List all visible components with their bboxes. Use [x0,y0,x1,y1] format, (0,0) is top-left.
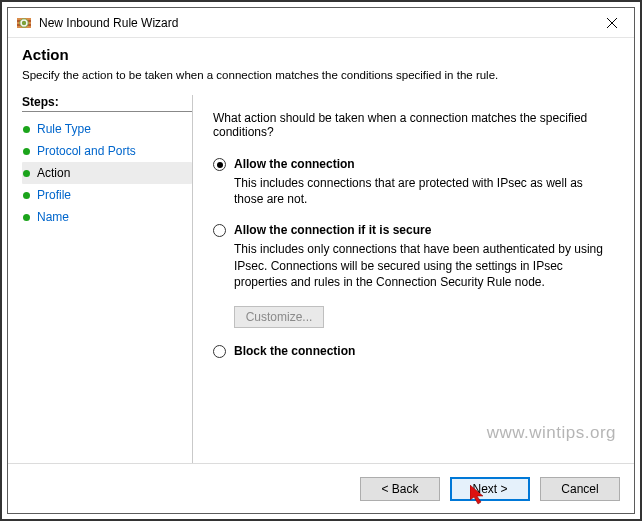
firewall-icon [16,15,32,31]
step-label: Rule Type [37,122,91,136]
step-rule-type[interactable]: Rule Type [22,118,192,140]
wizard-window: New Inbound Rule Wizard Action Specify t… [7,7,635,514]
header: Action Specify the action to be taken wh… [8,38,634,87]
page-heading: Action [22,46,620,63]
option-label: Allow the connection [234,157,355,171]
next-button[interactable]: Next > [450,477,530,501]
radio-icon[interactable] [213,345,226,358]
bullet-icon [23,170,30,177]
bullet-icon [23,148,30,155]
step-label: Protocol and Ports [37,144,136,158]
window-title: New Inbound Rule Wizard [39,16,592,30]
option-block[interactable]: Block the connection [213,344,610,358]
option-label: Block the connection [234,344,355,358]
svg-point-5 [22,20,26,24]
page-subtitle: Specify the action to be taken when a co… [22,69,620,81]
step-label: Action [37,166,70,180]
option-allow[interactable]: Allow the connection [213,157,610,171]
radio-icon[interactable] [213,158,226,171]
close-icon [607,18,617,28]
option-allow-secure[interactable]: Allow the connection if it is secure [213,223,610,237]
steps-sidebar: Steps: Rule Type Protocol and Ports Acti… [22,87,192,463]
customize-button: Customize... [234,306,324,328]
step-label: Name [37,210,69,224]
step-name[interactable]: Name [22,206,192,228]
radio-icon[interactable] [213,224,226,237]
close-button[interactable] [592,9,632,37]
question-text: What action should be taken when a conne… [213,111,610,139]
bullet-icon [23,126,30,133]
step-protocol-ports[interactable]: Protocol and Ports [22,140,192,162]
outer-frame: New Inbound Rule Wizard Action Specify t… [0,0,642,521]
bullet-icon [23,192,30,199]
content-area: What action should be taken when a conne… [193,87,620,463]
step-profile[interactable]: Profile [22,184,192,206]
titlebar: New Inbound Rule Wizard [8,8,634,38]
option-desc: This includes connections that are prote… [234,175,610,207]
cancel-button[interactable]: Cancel [540,477,620,501]
footer: < Back Next > Cancel [8,463,634,513]
step-action[interactable]: Action [22,162,192,184]
body: Steps: Rule Type Protocol and Ports Acti… [8,87,634,463]
option-label: Allow the connection if it is secure [234,223,431,237]
step-label: Profile [37,188,71,202]
back-button[interactable]: < Back [360,477,440,501]
option-desc: This includes only connections that have… [234,241,610,290]
steps-heading: Steps: [22,95,192,112]
bullet-icon [23,214,30,221]
